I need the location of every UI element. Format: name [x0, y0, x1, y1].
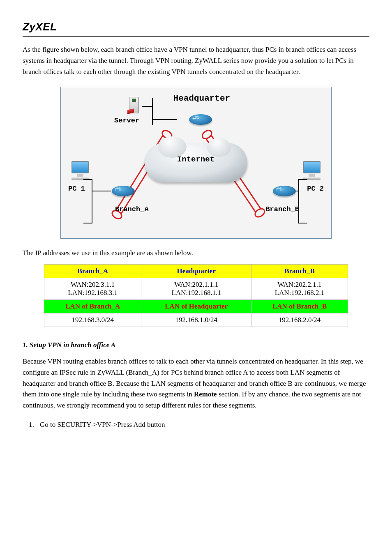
th-branch-b: Branch_B: [251, 264, 348, 278]
cell-bb-wanlan: WAN:202.2.1.1 LAN:192.168.2.1: [251, 278, 348, 299]
branch-a-label: Branch_A: [115, 205, 149, 213]
cell-ba-wanlan: WAN:202.3.1.1 LAN:192.168.3.1: [44, 278, 141, 299]
diagram-frame: Headquarter Server ⇄⇅ Internet PC 1 ⇄⇅ B…: [60, 87, 332, 239]
cell-ba-lan: LAN:192.168.3.1: [48, 289, 138, 297]
server-label: Server: [114, 117, 139, 124]
branch-b-label: Branch_B: [265, 205, 299, 213]
cell-bb-wan: WAN:202.2.1.1: [255, 281, 344, 289]
hq-net-vert: [152, 98, 153, 125]
pc2-label: PC 2: [307, 185, 324, 193]
th-lan-branch-a: LAN of Branch_A: [44, 299, 141, 313]
pc2-icon: [302, 161, 321, 179]
cell-hq-wan: WAN:202.1.1.1: [145, 281, 248, 289]
pc1-icon: [71, 161, 90, 179]
branch-b-net-h3: [299, 223, 307, 223]
network-diagram: Headquarter Server ⇄⇅ Internet PC 1 ⇄⇅ B…: [60, 87, 332, 239]
branch-a-net-vert: [92, 179, 92, 223]
steps-list: Go to SECURITY->VPN->Press Add button: [36, 419, 369, 430]
internet-label: Internet: [177, 155, 214, 164]
step-1: Go to SECURITY->VPN->Press Add button: [36, 419, 369, 430]
branch-a-net-h1: [83, 179, 92, 180]
branch-b-net-h1: [299, 179, 307, 180]
th-branch-a: Branch_A: [44, 264, 141, 278]
hq-net-h2: [152, 119, 177, 120]
branch-b-router-icon: ⇄⇅: [273, 186, 296, 196]
branch-a-router-icon: ⇄⇅: [112, 186, 135, 196]
brand-header: ZyXEL: [23, 21, 369, 37]
cell-hq-lan: LAN:192.168.1.1: [145, 289, 248, 297]
ip-address-table: Branch_A Headquarter Branch_B WAN:202.3.…: [44, 264, 348, 327]
hq-net-h1: [142, 106, 152, 107]
explain-bold: Remote: [194, 390, 217, 398]
th-lan-branch-b: LAN of Branch_B: [251, 299, 348, 313]
branch-a-net-h3: [83, 223, 92, 223]
branch-b-net-vert: [298, 179, 299, 223]
th-lan-headquarter: LAN of Headquarter: [141, 299, 251, 313]
server-icon: [127, 94, 141, 114]
step-heading: 1. Setup VPN in branch office A: [23, 341, 369, 349]
intro-paragraph: As the figure shown below, each branch o…: [23, 44, 369, 78]
cell-hq-wanlan: WAN:202.1.1.1 LAN:192.168.1.1: [141, 278, 251, 299]
pc1-label: PC 1: [68, 185, 85, 193]
mid-paragraph: The IP addresses we use in this example …: [23, 248, 369, 258]
cell-lan-hq: 192.168.1.0/24: [141, 313, 251, 327]
cell-lan-bb: 192.168.2.0/24: [251, 313, 348, 327]
th-headquarter: Headquarter: [141, 264, 251, 278]
hq-router-icon: ⇄⇅: [189, 114, 212, 125]
cell-ba-wan: WAN:202.3.1.1: [48, 281, 138, 289]
branch-a-net-h2: [92, 191, 111, 191]
cell-lan-ba: 192.168.3.0/24: [44, 313, 141, 327]
cell-bb-lan: LAN:192.168.2.1: [255, 289, 344, 297]
hq-label: Headquarter: [173, 94, 231, 103]
explain-paragraph: Because VPN routing enables branch offic…: [23, 356, 369, 411]
